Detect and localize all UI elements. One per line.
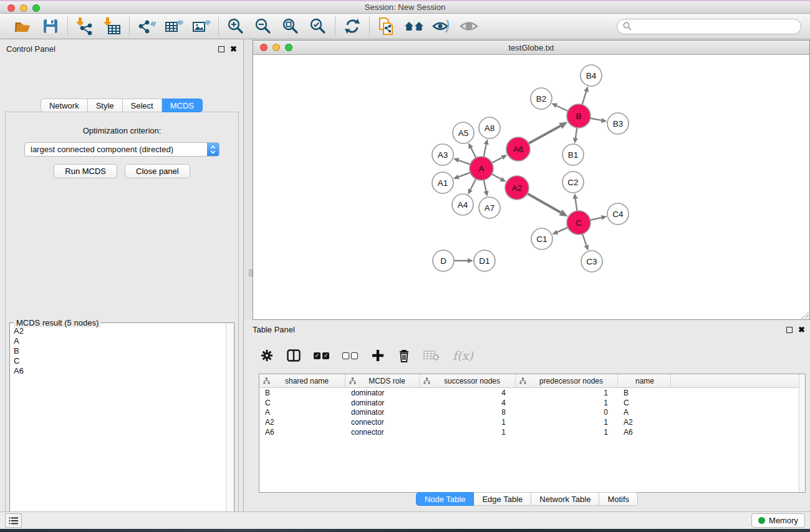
column-header-mcds-role[interactable]: MCDS role — [345, 374, 420, 387]
edge-A-A8[interactable] — [484, 144, 486, 157]
zoom-window-button[interactable] — [32, 4, 40, 12]
shared-column-icon — [349, 377, 356, 384]
table-tab-motifs[interactable]: Motifs — [599, 492, 638, 506]
column-header-predecessor-nodes[interactable]: predecessor nodes — [516, 374, 618, 387]
table-cell: 1 — [516, 399, 618, 407]
import-network-icon[interactable] — [75, 16, 95, 36]
node-label: C — [576, 218, 582, 228]
column-header-successor-nodes[interactable]: successor nodes — [420, 374, 516, 387]
run-mcds-button[interactable]: Run MCDS — [54, 164, 117, 178]
float-table-panel-icon[interactable] — [786, 327, 793, 333]
close-table-panel-icon[interactable]: ✖ — [798, 327, 805, 333]
edge-A-A1[interactable] — [458, 173, 470, 177]
result-list-scrollbar[interactable] — [226, 324, 233, 532]
result-list-item[interactable]: A6 — [14, 366, 223, 376]
delete-table-icon[interactable] — [423, 350, 440, 361]
edge-A-A3[interactable] — [458, 160, 470, 165]
shared-column-icon — [423, 377, 430, 384]
network-canvas[interactable]: B4B2BB3A8A5A6A3B1AC2A1A2A4A7C4CC1C3DD1 — [253, 55, 809, 319]
hide-graphics-details-icon[interactable] — [432, 16, 451, 36]
tab-style[interactable]: Style — [88, 99, 123, 112]
deselect-all-rows-icon[interactable] — [342, 352, 358, 359]
table-tab-node-table[interactable]: Node Table — [416, 492, 475, 506]
result-list-item[interactable]: B — [14, 346, 223, 356]
tab-select[interactable]: Select — [123, 99, 162, 112]
tab-mcds[interactable]: MCDS — [162, 99, 203, 112]
edge-A-A7[interactable] — [484, 180, 486, 191]
criterion-select[interactable]: largest connected component (directed) — [24, 142, 219, 157]
duplicate-network-view-icon[interactable] — [377, 16, 397, 36]
node-label: A1 — [438, 178, 448, 188]
home-icon[interactable] — [404, 16, 424, 36]
edge-C-C1[interactable] — [557, 228, 568, 232]
edge-A-A5[interactable] — [471, 148, 476, 158]
zoom-in-icon[interactable] — [226, 16, 246, 36]
select-all-rows-icon[interactable]: ✓✓ — [314, 352, 329, 359]
open-session-icon[interactable] — [13, 16, 33, 36]
export-network-icon[interactable] — [137, 16, 157, 36]
edge-C-C4[interactable] — [591, 218, 602, 220]
export-image-icon[interactable] — [191, 16, 211, 36]
zoom-view-button[interactable] — [285, 44, 292, 51]
settings-gear-icon[interactable] — [260, 349, 274, 362]
mcds-result-list[interactable]: A2ABCA6 — [11, 325, 226, 532]
zoom-selected-icon[interactable] — [308, 16, 328, 36]
close-window-button[interactable] — [7, 4, 15, 12]
edge-B-B1[interactable] — [576, 128, 577, 138]
table-row[interactable]: A2connector11A2 — [259, 417, 805, 427]
refresh-icon[interactable] — [342, 16, 362, 36]
save-session-icon[interactable] — [41, 16, 60, 36]
edge-A6-B[interactable] — [529, 126, 561, 143]
table-row[interactable]: Cdominator41C — [259, 398, 805, 408]
function-builder-icon[interactable]: f(x) — [453, 349, 473, 362]
resize-grip[interactable] — [801, 311, 809, 319]
zoom-out-icon[interactable] — [253, 16, 273, 36]
table-tab-network-table[interactable]: Network Table — [531, 492, 599, 506]
memory-button[interactable]: Memory — [751, 513, 805, 528]
close-view-button[interactable] — [260, 44, 268, 51]
edge-arrowhead — [601, 215, 607, 220]
table-tab-edge-table[interactable]: Edge Table — [474, 492, 531, 506]
show-graphics-details-icon[interactable] — [459, 16, 479, 36]
minimize-window-button[interactable] — [20, 4, 27, 12]
edge-C-C3[interactable] — [582, 234, 586, 245]
search-input[interactable] — [635, 22, 795, 31]
add-column-icon[interactable] — [371, 349, 385, 362]
column-header-name[interactable]: name — [618, 374, 671, 387]
edge-arrowhead — [584, 86, 589, 92]
result-list-item[interactable]: C — [14, 356, 223, 366]
table-row[interactable]: A6connector11A6 — [259, 427, 805, 437]
edge-A-A4[interactable] — [470, 179, 476, 190]
edge-B-B3[interactable] — [591, 118, 602, 120]
session-titlebar: Session: New Session — [0, 0, 810, 14]
result-list-item[interactable]: A2 — [14, 326, 223, 336]
node-label: B — [576, 112, 581, 121]
table-row[interactable]: Adominator80A — [259, 407, 805, 417]
close-panel-icon[interactable]: ✖ — [230, 46, 237, 52]
close-panel-button[interactable]: Close panel — [125, 164, 190, 178]
table-scrollbar[interactable] — [799, 374, 805, 492]
edge-B-B4[interactable] — [582, 92, 586, 105]
edge-arrowhead — [484, 191, 489, 197]
export-table-icon[interactable] — [164, 16, 184, 36]
search-box[interactable] — [617, 19, 801, 34]
edge-A-A2[interactable] — [492, 174, 501, 179]
float-panel-icon[interactable] — [218, 46, 224, 52]
result-list-item[interactable]: A — [14, 336, 223, 346]
shared-column-icon — [519, 377, 526, 384]
import-table-icon[interactable] — [102, 16, 122, 36]
edge-A-A6[interactable] — [492, 157, 503, 163]
table-row[interactable]: Bdominator41B — [259, 388, 805, 398]
column-header-shared-name[interactable]: shared name — [259, 374, 345, 387]
zoom-fit-icon[interactable] — [281, 16, 301, 36]
edge-A2-C[interactable] — [528, 193, 561, 212]
edge-C-C2[interactable] — [576, 199, 577, 211]
network-window-titlebar[interactable]: testGlobe.txt — [253, 41, 809, 55]
table-header-row: shared nameMCDS rolesuccessor nodesprede… — [259, 374, 805, 388]
task-history-button[interactable] — [5, 513, 22, 528]
tab-network[interactable]: Network — [41, 99, 88, 112]
edge-B-B2[interactable] — [556, 105, 567, 111]
split-panel-icon[interactable] — [287, 349, 301, 362]
minimize-view-button[interactable] — [272, 44, 280, 51]
delete-column-icon[interactable] — [398, 349, 410, 363]
